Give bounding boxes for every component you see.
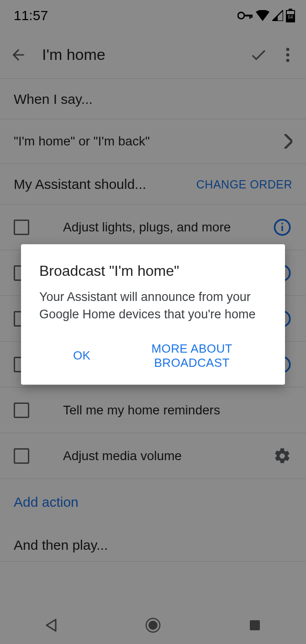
dialog-actions: OK MORE ABOUT BROADCAST (39, 339, 267, 373)
dialog-ok-button[interactable]: OK (73, 339, 90, 373)
dialog-more-button[interactable]: MORE ABOUT BROADCAST (117, 339, 267, 373)
dialog-body: Your Assistant will announce from your G… (39, 289, 267, 323)
dialog-title: Broadcast "I'm home" (39, 263, 267, 279)
broadcast-dialog: Broadcast "I'm home" Your Assistant will… (21, 244, 285, 385)
